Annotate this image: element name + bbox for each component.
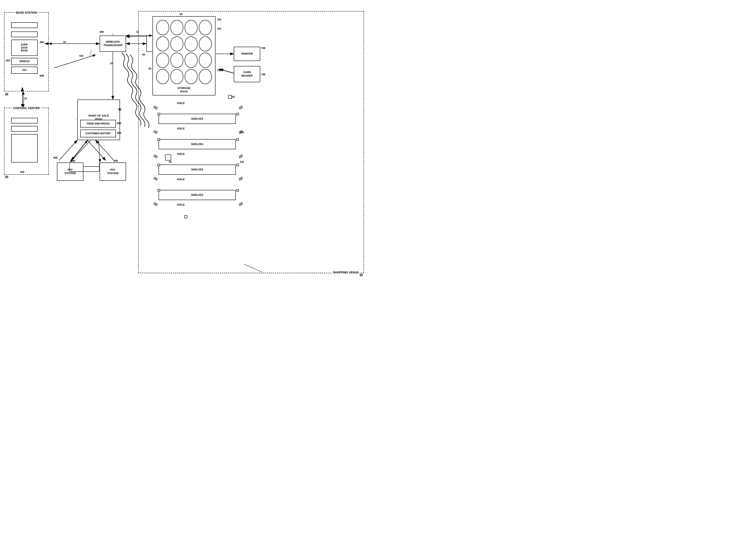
device-icon xyxy=(165,154,171,160)
oval-5 xyxy=(156,36,169,51)
label-408: 408 xyxy=(100,30,104,33)
oval-11 xyxy=(185,52,198,68)
control-center-title: CONTROL CENTER xyxy=(12,106,40,110)
corner-sq-1a xyxy=(158,113,160,115)
label-708: 708 xyxy=(261,47,265,49)
label-20a: 20 xyxy=(180,13,182,16)
aisle-label-2: AISLE xyxy=(177,127,185,130)
shelves-box-2: SHELVES xyxy=(159,139,236,149)
shelves-label-3: SHELVES xyxy=(191,168,203,172)
diagram: BASE STATION SUPP.DATABASE SPEECH AIU 40… xyxy=(0,0,370,280)
aisle-label-3: AISLE xyxy=(177,152,185,155)
shelves-label-2: SHELVES xyxy=(191,142,203,146)
oval-16 xyxy=(199,69,212,84)
cc-box2 xyxy=(11,126,37,132)
aiu-label: AIU xyxy=(22,69,27,72)
svg-line-11 xyxy=(59,140,77,160)
corner-sq-2b xyxy=(237,138,239,141)
corner-sq-bottom xyxy=(184,215,187,218)
shopping-venue-title: SHOPPING VENUE xyxy=(332,271,359,274)
shelves-label-1: SHELVES xyxy=(191,117,203,121)
card-reader-box: CARDREADER xyxy=(234,66,260,82)
label-704a: 704 xyxy=(217,18,221,21)
card-reader-label: CARDREADER xyxy=(242,71,253,78)
oval-7 xyxy=(185,36,198,51)
corner-sq-3b xyxy=(237,164,239,166)
items-prices-label: ITEMS AND PRICES xyxy=(87,122,110,125)
storage-rack-box: STORAGERACK xyxy=(153,16,215,96)
shelves-box-1: SHELVES xyxy=(159,114,236,124)
svg-line-12 xyxy=(96,140,114,160)
oval-9 xyxy=(156,52,169,68)
oval-4 xyxy=(199,20,212,35)
svg-line-29 xyxy=(70,140,87,162)
svg-line-28 xyxy=(99,140,100,162)
oval-2 xyxy=(170,20,183,35)
label-20b: 20 xyxy=(149,67,151,70)
pay-station-2-label: PAYSTATION xyxy=(107,168,118,175)
svg-line-25 xyxy=(54,55,96,68)
label-404: 404 xyxy=(39,41,44,44)
label-706: 706 xyxy=(261,73,265,76)
pay-station-2-box: PAYSTATION xyxy=(100,162,126,181)
base-station-label: BASE STATION xyxy=(15,11,37,14)
label-402: 402 xyxy=(6,59,10,62)
speech-label: SPEECH xyxy=(19,60,29,63)
storage-rack-label: STORAGERACK xyxy=(178,87,190,93)
speech-box: SPEECH xyxy=(11,58,37,65)
label-20c: 20 xyxy=(169,160,171,163)
label-30: 30 xyxy=(359,273,363,276)
aisle-label-1: AISLE xyxy=(177,102,185,105)
label-606b: 606 xyxy=(114,159,118,162)
label-14: 14 xyxy=(110,62,112,65)
shelves-box-4: SHELVES xyxy=(159,190,236,200)
oval-14 xyxy=(170,69,183,84)
label-606a: 606 xyxy=(71,159,75,162)
wireless-transceiver-box: WIRELESSTRANSCEIVER xyxy=(100,35,126,52)
oval-grid xyxy=(155,18,213,86)
label-60: 60 xyxy=(118,108,121,111)
svg-line-27 xyxy=(70,140,90,162)
shelves-box-3: SHELVES xyxy=(159,164,236,175)
supp-database-label: SUPP.DATABASE xyxy=(21,43,28,52)
label-40: 40 xyxy=(5,92,8,96)
oval-12 xyxy=(199,52,212,68)
square-302 xyxy=(228,95,232,99)
svg-line-9 xyxy=(71,140,87,160)
corner-sq-2a xyxy=(158,138,160,141)
aiu-box: AIU xyxy=(11,67,37,74)
label-18a: 18 xyxy=(63,41,66,43)
wireless-transceiver-label: WIRELESSTRANSCEIVER xyxy=(103,40,122,47)
bs-box2 xyxy=(11,31,37,37)
aisle-label-4: AISLE xyxy=(177,178,185,181)
label-406: 406 xyxy=(39,74,44,77)
oval-15 xyxy=(185,69,198,84)
label-604: 604 xyxy=(117,132,121,134)
label-702: 702 xyxy=(217,27,221,30)
label-310a: 310 xyxy=(240,160,244,163)
supp-database-box: SUPP.DATABASE xyxy=(11,39,37,56)
aisle-label-5: AISLE xyxy=(177,203,185,206)
pay-station-1-label: PAYSTATION xyxy=(65,168,76,175)
corner-sq-3a xyxy=(158,164,160,166)
customer-history-box: CUSTOMER HISTORY xyxy=(80,130,116,137)
printer-box: PRINTER xyxy=(234,47,260,61)
svg-line-17 xyxy=(89,50,91,57)
label-608: 608 xyxy=(54,156,58,159)
customer-history-label: CUSTOMER HISTORY xyxy=(85,132,111,135)
bs-box1 xyxy=(11,22,37,28)
oval-10 xyxy=(170,52,183,68)
pay-station-1-box: PAYSTATION xyxy=(57,162,83,181)
oval-8 xyxy=(199,36,212,51)
items-prices-box: ITEMS AND PRICES xyxy=(80,120,116,128)
corner-sq-4b xyxy=(237,189,239,192)
printer-label: PRINTER xyxy=(241,52,253,55)
cc-monitor xyxy=(11,134,37,162)
label-410: 410 xyxy=(79,54,83,57)
label-704b: 704 xyxy=(217,69,221,72)
svg-line-10 xyxy=(87,140,106,160)
shelves-label-4: SHELVES xyxy=(191,193,203,197)
label-50: 50 xyxy=(5,175,8,178)
oval-3 xyxy=(185,20,198,35)
label-16: 16 xyxy=(24,97,27,100)
